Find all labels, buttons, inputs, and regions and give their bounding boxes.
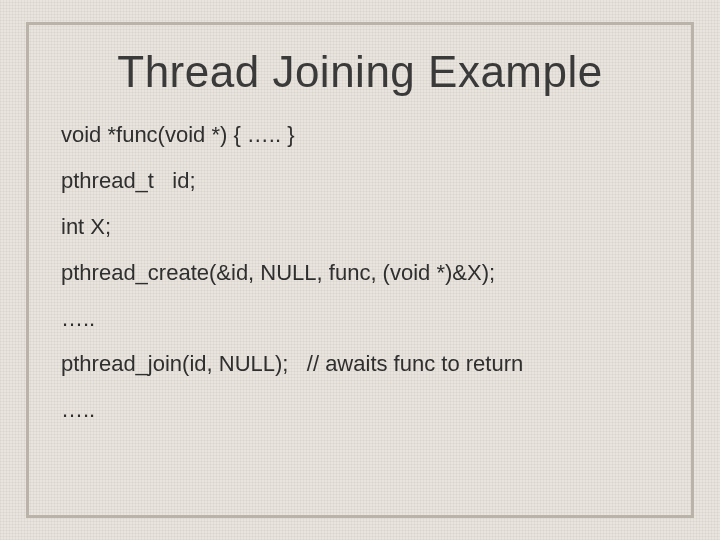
- slide-frame: Thread Joining Example void *func(void *…: [26, 22, 694, 518]
- code-line: int X;: [61, 211, 661, 243]
- slide-title: Thread Joining Example: [59, 47, 661, 97]
- slide: Thread Joining Example void *func(void *…: [0, 0, 720, 540]
- code-line: void *func(void *) { ….. }: [61, 119, 661, 151]
- code-line: …..: [61, 303, 661, 335]
- code-line: pthread_join(id, NULL); // awaits func t…: [61, 348, 661, 380]
- code-line: pthread_create(&id, NULL, func, (void *)…: [61, 257, 661, 289]
- code-line: …..: [61, 394, 661, 426]
- code-line: pthread_t id;: [61, 165, 661, 197]
